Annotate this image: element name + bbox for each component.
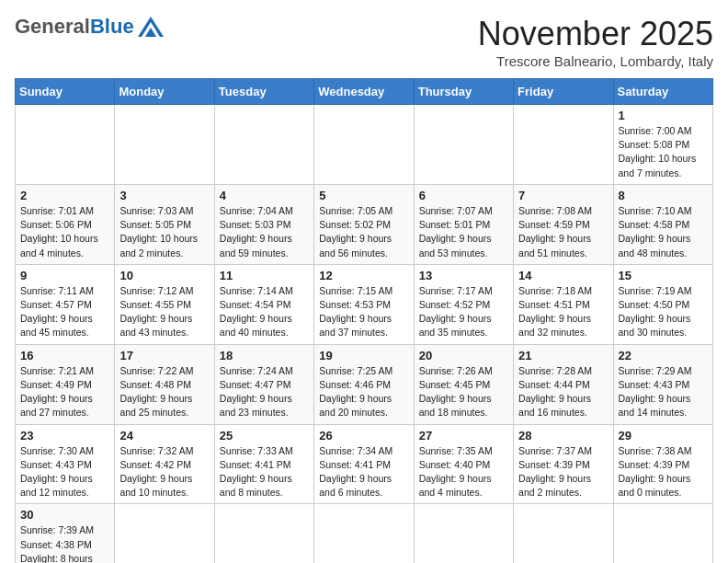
- day-info: Sunrise: 7:37 AM Sunset: 4:39 PM Dayligh…: [518, 444, 608, 500]
- day-info: Sunrise: 7:10 AM Sunset: 4:58 PM Dayligh…: [619, 204, 708, 260]
- day-info: Sunrise: 7:14 AM Sunset: 4:54 PM Dayligh…: [220, 284, 309, 340]
- day-number: 23: [20, 429, 109, 442]
- week-row-1: 1Sunrise: 7:00 AM Sunset: 5:08 PM Daylig…: [16, 105, 713, 185]
- day-info: Sunrise: 7:35 AM Sunset: 4:40 PM Dayligh…: [419, 444, 508, 500]
- calendar-cell: [214, 105, 313, 185]
- calendar-cell: 9Sunrise: 7:11 AM Sunset: 4:57 PM Daylig…: [16, 264, 115, 344]
- day-number: 2: [20, 189, 109, 202]
- calendar-cell: [115, 105, 214, 185]
- day-info: Sunrise: 7:30 AM Sunset: 4:43 PM Dayligh…: [20, 444, 109, 500]
- calendar-cell: 23Sunrise: 7:30 AM Sunset: 4:43 PM Dayli…: [16, 424, 115, 504]
- calendar-cell: 6Sunrise: 7:07 AM Sunset: 5:01 PM Daylig…: [414, 184, 513, 264]
- day-number: 4: [220, 189, 309, 202]
- day-number: 19: [319, 349, 408, 362]
- calendar-cell: 20Sunrise: 7:26 AM Sunset: 4:45 PM Dayli…: [414, 344, 513, 424]
- day-info: Sunrise: 7:25 AM Sunset: 4:46 PM Dayligh…: [319, 364, 408, 420]
- day-header-monday: Monday: [115, 79, 214, 105]
- day-info: Sunrise: 7:34 AM Sunset: 4:41 PM Dayligh…: [319, 444, 408, 500]
- day-header-sunday: Sunday: [16, 79, 115, 105]
- calendar-cell: 25Sunrise: 7:33 AM Sunset: 4:41 PM Dayli…: [214, 424, 313, 504]
- day-info: Sunrise: 7:21 AM Sunset: 4:49 PM Dayligh…: [20, 364, 109, 420]
- day-number: 13: [419, 269, 508, 282]
- day-info: Sunrise: 7:12 AM Sunset: 4:55 PM Dayligh…: [119, 284, 209, 340]
- day-number: 30: [20, 508, 109, 522]
- day-number: 24: [119, 429, 209, 442]
- day-header-thursday: Thursday: [414, 79, 513, 105]
- day-number: 7: [518, 189, 608, 202]
- day-headers-row: SundayMondayTuesdayWednesdayThursdayFrid…: [16, 79, 713, 105]
- day-info: Sunrise: 7:28 AM Sunset: 4:44 PM Dayligh…: [518, 364, 608, 420]
- day-number: 27: [419, 429, 508, 442]
- week-row-6: 30Sunrise: 7:39 AM Sunset: 4:38 PM Dayli…: [16, 504, 713, 563]
- calendar-cell: [214, 504, 313, 563]
- header: General Blue November 2025 Trescore Baln…: [15, 15, 713, 69]
- day-number: 8: [619, 189, 708, 202]
- day-info: Sunrise: 7:07 AM Sunset: 5:01 PM Dayligh…: [419, 204, 508, 260]
- calendar-cell: [514, 504, 613, 563]
- week-row-5: 23Sunrise: 7:30 AM Sunset: 4:43 PM Dayli…: [16, 424, 713, 504]
- day-number: 22: [619, 349, 708, 362]
- day-number: 29: [619, 429, 708, 442]
- location: Trescore Balneario, Lombardy, Italy: [478, 53, 713, 69]
- calendar-cell: 26Sunrise: 7:34 AM Sunset: 4:41 PM Dayli…: [314, 424, 414, 504]
- day-number: 10: [119, 269, 209, 282]
- day-header-tuesday: Tuesday: [214, 79, 313, 105]
- calendar-cell: 5Sunrise: 7:05 AM Sunset: 5:02 PM Daylig…: [314, 184, 414, 264]
- day-info: Sunrise: 7:22 AM Sunset: 4:48 PM Dayligh…: [119, 364, 209, 420]
- calendar-cell: 2Sunrise: 7:01 AM Sunset: 5:06 PM Daylig…: [16, 184, 115, 264]
- day-info: Sunrise: 7:15 AM Sunset: 4:53 PM Dayligh…: [319, 284, 408, 340]
- logo-icon: [138, 17, 164, 37]
- day-header-friday: Friday: [514, 79, 613, 105]
- day-number: 1: [619, 109, 708, 122]
- day-info: Sunrise: 7:11 AM Sunset: 4:57 PM Dayligh…: [20, 284, 109, 340]
- calendar-cell: [314, 504, 414, 563]
- day-info: Sunrise: 7:39 AM Sunset: 4:38 PM Dayligh…: [20, 523, 109, 563]
- logo: General Blue: [15, 15, 164, 39]
- calendar-cell: 3Sunrise: 7:03 AM Sunset: 5:05 PM Daylig…: [115, 184, 214, 264]
- calendar-cell: 29Sunrise: 7:38 AM Sunset: 4:39 PM Dayli…: [613, 424, 712, 504]
- day-number: 12: [319, 269, 408, 282]
- calendar-cell: [414, 504, 513, 563]
- day-info: Sunrise: 7:18 AM Sunset: 4:51 PM Dayligh…: [518, 284, 608, 340]
- calendar-cell: 19Sunrise: 7:25 AM Sunset: 4:46 PM Dayli…: [314, 344, 414, 424]
- calendar-cell: 21Sunrise: 7:28 AM Sunset: 4:44 PM Dayli…: [514, 344, 613, 424]
- calendar-cell: 1Sunrise: 7:00 AM Sunset: 5:08 PM Daylig…: [613, 105, 712, 185]
- day-number: 21: [518, 349, 608, 362]
- calendar-cell: 8Sunrise: 7:10 AM Sunset: 4:58 PM Daylig…: [613, 184, 712, 264]
- day-number: 28: [518, 429, 608, 442]
- calendar-cell: 18Sunrise: 7:24 AM Sunset: 4:47 PM Dayli…: [214, 344, 313, 424]
- calendar-cell: 22Sunrise: 7:29 AM Sunset: 4:43 PM Dayli…: [613, 344, 712, 424]
- day-info: Sunrise: 7:01 AM Sunset: 5:06 PM Dayligh…: [20, 204, 109, 260]
- day-info: Sunrise: 7:26 AM Sunset: 4:45 PM Dayligh…: [419, 364, 508, 420]
- day-info: Sunrise: 7:32 AM Sunset: 4:42 PM Dayligh…: [119, 444, 209, 500]
- calendar-cell: 12Sunrise: 7:15 AM Sunset: 4:53 PM Dayli…: [314, 264, 414, 344]
- calendar-cell: 27Sunrise: 7:35 AM Sunset: 4:40 PM Dayli…: [414, 424, 513, 504]
- calendar-cell: 11Sunrise: 7:14 AM Sunset: 4:54 PM Dayli…: [214, 264, 313, 344]
- day-info: Sunrise: 7:24 AM Sunset: 4:47 PM Dayligh…: [220, 364, 309, 420]
- calendar-cell: 30Sunrise: 7:39 AM Sunset: 4:38 PM Dayli…: [16, 504, 115, 563]
- day-number: 16: [20, 349, 109, 362]
- calendar-cell: 14Sunrise: 7:18 AM Sunset: 4:51 PM Dayli…: [514, 264, 613, 344]
- calendar-cell: 10Sunrise: 7:12 AM Sunset: 4:55 PM Dayli…: [115, 264, 214, 344]
- calendar-cell: 24Sunrise: 7:32 AM Sunset: 4:42 PM Dayli…: [115, 424, 214, 504]
- month-title: November 2025: [478, 15, 713, 53]
- day-info: Sunrise: 7:29 AM Sunset: 4:43 PM Dayligh…: [619, 364, 708, 420]
- week-row-3: 9Sunrise: 7:11 AM Sunset: 4:57 PM Daylig…: [16, 264, 713, 344]
- day-info: Sunrise: 7:00 AM Sunset: 5:08 PM Dayligh…: [619, 124, 708, 180]
- logo-general-text: General: [15, 15, 90, 39]
- day-info: Sunrise: 7:38 AM Sunset: 4:39 PM Dayligh…: [619, 444, 708, 500]
- calendar-cell: 28Sunrise: 7:37 AM Sunset: 4:39 PM Dayli…: [514, 424, 613, 504]
- logo-blue-text: Blue: [90, 15, 134, 39]
- calendar-table: SundayMondayTuesdayWednesdayThursdayFrid…: [15, 78, 713, 563]
- day-info: Sunrise: 7:08 AM Sunset: 4:59 PM Dayligh…: [518, 204, 608, 260]
- calendar-cell: 13Sunrise: 7:17 AM Sunset: 4:52 PM Dayli…: [414, 264, 513, 344]
- day-number: 25: [220, 429, 309, 442]
- day-number: 6: [419, 189, 508, 202]
- title-area: November 2025 Trescore Balneario, Lombar…: [478, 15, 713, 69]
- day-info: Sunrise: 7:19 AM Sunset: 4:50 PM Dayligh…: [619, 284, 708, 340]
- day-info: Sunrise: 7:04 AM Sunset: 5:03 PM Dayligh…: [220, 204, 309, 260]
- calendar-cell: 17Sunrise: 7:22 AM Sunset: 4:48 PM Dayli…: [115, 344, 214, 424]
- day-number: 9: [20, 269, 109, 282]
- calendar-cell: [115, 504, 214, 563]
- day-header-saturday: Saturday: [613, 79, 712, 105]
